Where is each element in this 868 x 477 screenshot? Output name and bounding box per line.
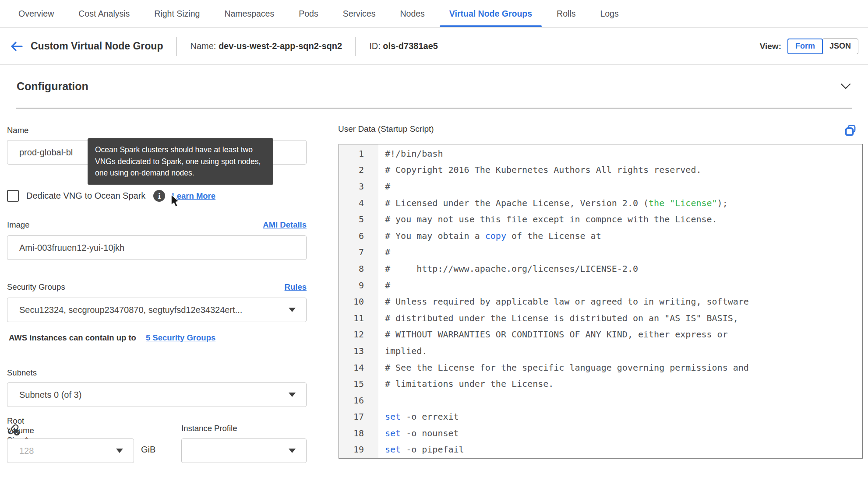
user-data-label: User Data (Startup Script): [338, 124, 434, 134]
caret-down-icon: [289, 393, 296, 397]
line-number: 3: [339, 181, 378, 192]
code-line: 14# See the License for the specific lan…: [339, 359, 862, 376]
security-groups-label-row: Security Groups Rules: [7, 282, 307, 292]
view-json-button[interactable]: JSON: [822, 39, 858, 54]
info-icon[interactable]: i: [153, 190, 165, 202]
dedicate-vng-row: Dedicate VNG to Ocean Spark i Learn More: [7, 190, 215, 202]
tab-virtual-node-groups[interactable]: Virtual Node Groups: [437, 0, 544, 27]
code-line: 2# Copyright 2016 The Kubernetes Authors…: [339, 162, 862, 179]
tab-services[interactable]: Services: [331, 0, 388, 27]
subnets-label: Subnets: [7, 368, 37, 378]
instance-profile-label: Instance Profile: [181, 424, 237, 433]
code-text: implied.: [378, 346, 427, 356]
name-label: Name: [7, 126, 28, 135]
section-divider: [16, 108, 852, 109]
line-number: 9: [339, 280, 378, 291]
line-number: 13: [339, 346, 378, 356]
code-text: # limitations under the License.: [378, 379, 554, 389]
line-number: 4: [339, 198, 378, 208]
ami-details-link[interactable]: AMI Details: [263, 220, 307, 230]
tab-pods[interactable]: Pods: [286, 0, 330, 27]
vng-id: ID: ols-d7381ae5: [369, 41, 438, 51]
code-line: 8# http://www.apache.org/licenses/LICENS…: [339, 260, 862, 277]
code-text: # http://www.apache.org/licenses/LICENSE…: [378, 263, 638, 274]
ocean-spark-tooltip: Ocean Spark clusters should have at leas…: [88, 138, 273, 185]
code-line: 15# limitations under the License.: [339, 375, 862, 392]
tab-overview[interactable]: Overview: [6, 0, 66, 27]
image-label: Image: [7, 220, 29, 230]
code-text: # you may not use this file except in co…: [378, 214, 717, 224]
line-number: 10: [339, 296, 378, 307]
line-number: 12: [339, 329, 378, 340]
tab-nodes[interactable]: Nodes: [388, 0, 437, 27]
line-number: 5: [339, 214, 378, 224]
view-form-button[interactable]: Form: [787, 39, 823, 54]
code-line: 4# Licensed under the Apache License, Ve…: [339, 195, 862, 211]
line-number: 8: [339, 263, 378, 274]
subnets-dropdown[interactable]: Subnets 0 (of 3): [7, 382, 307, 407]
code-line: 7#: [339, 244, 862, 261]
image-input[interactable]: Ami-003fruuen12-yui-10jkh: [7, 235, 307, 260]
image-input-value: Ami-003fruuen12-yui-10jkh: [19, 243, 124, 253]
line-number: 18: [339, 428, 378, 438]
line-number: 7: [339, 247, 378, 257]
code-text: # Licensed under the Apache License, Ver…: [378, 198, 728, 208]
caret-down-icon: [289, 308, 296, 312]
security-groups-label: Security Groups: [7, 282, 65, 292]
code-text: # Unless required by applicable law or a…: [378, 296, 749, 307]
code-text: set -o nounset: [378, 428, 459, 438]
tab-rolls[interactable]: Rolls: [544, 0, 588, 27]
back-arrow-icon[interactable]: [10, 40, 25, 53]
code-text: # distributed under the License is distr…: [378, 313, 738, 323]
root-volume-size-dropdown[interactable]: 128: [7, 438, 134, 463]
tab-cost-analysis[interactable]: Cost Analysis: [66, 0, 142, 27]
code-text: #: [378, 247, 390, 257]
code-text: set -o errexit: [378, 411, 459, 422]
root-volume-size-placeholder: 128: [19, 446, 34, 456]
line-number: 11: [339, 313, 378, 323]
vng-id-label: ID:: [369, 41, 381, 51]
code-line: 3#: [339, 178, 862, 195]
code-text: # Copyright 2016 The Kubernetes Authors …: [378, 165, 701, 175]
security-groups-helper: AWS instances can contain up to 5 Securi…: [9, 333, 215, 343]
security-groups-dropdown[interactable]: Secu12324, secgroup23470870, segtuyfsd12…: [7, 298, 307, 322]
code-text: # See the License for the specific langu…: [378, 362, 749, 373]
line-number: 16: [339, 395, 378, 406]
rules-link[interactable]: Rules: [285, 282, 307, 292]
code-text: set -o pipefail: [378, 444, 464, 455]
code-line: 1#!/bin/bash: [339, 145, 862, 162]
view-toggle: Form JSON: [787, 39, 858, 54]
code-line: 9#: [339, 277, 862, 294]
dedicate-vng-checkbox[interactable]: [7, 190, 19, 202]
line-number: 14: [339, 362, 378, 373]
code-text: # You may obtain a copy of the License a…: [378, 231, 601, 241]
vng-name: Name: dev-us-west-2-app-sqn2-sqn2: [190, 41, 342, 51]
user-data-code-editor[interactable]: 1#!/bin/bash2# Copyright 2016 The Kubern…: [339, 144, 863, 459]
line-number: 15: [339, 379, 378, 389]
caret-down-icon: [116, 449, 123, 453]
tab-namespaces[interactable]: Namespaces: [212, 0, 286, 27]
helper-text: AWS instances can contain up to: [9, 333, 136, 343]
chevron-down-icon[interactable]: [840, 82, 851, 90]
view-label: View:: [760, 42, 781, 51]
five-security-groups-link[interactable]: 5 Security Groups: [146, 333, 215, 343]
dedicate-vng-label: Dedicate VNG to Ocean Spark: [26, 191, 145, 201]
tab-bar: OverviewCost AnalysisRight SizingNamespa…: [0, 0, 868, 28]
security-groups-value: Secu12324, secgroup23470870, segtuyfsd12…: [19, 305, 242, 315]
code-line: 13implied.: [339, 343, 862, 359]
line-number: 1: [339, 148, 378, 159]
line-number: 19: [339, 444, 378, 455]
vng-id-value: ols-d7381ae5: [383, 41, 438, 51]
code-line: 12# WITHOUT WARRANTIES OR CONDITIONS OF …: [339, 326, 862, 343]
configuration-title: Configuration: [17, 80, 88, 93]
tab-right-sizing[interactable]: Right Sizing: [142, 0, 212, 27]
tab-logs[interactable]: Logs: [588, 0, 631, 27]
vng-name-label: Name:: [190, 41, 216, 51]
copy-icon[interactable]: [844, 124, 857, 138]
instance-profile-dropdown[interactable]: [181, 438, 307, 463]
mouse-cursor: [170, 194, 182, 210]
page-header: Custom Virtual Node Group Name: dev-us-w…: [0, 28, 868, 65]
divider: [355, 37, 356, 56]
code-line: 19set -o pipefail: [339, 442, 862, 458]
code-line: 17set -o errexit: [339, 409, 862, 425]
